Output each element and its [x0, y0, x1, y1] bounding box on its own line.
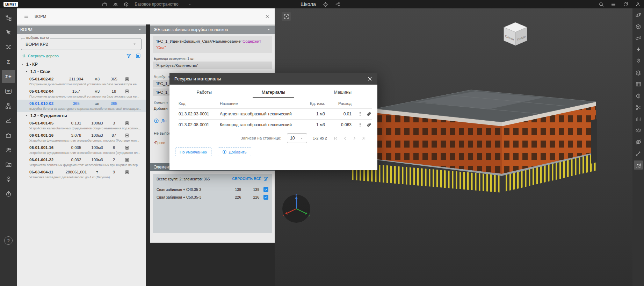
collapse-tree-link[interactable]: Свернуть дерево	[22, 54, 59, 58]
grid-button[interactable]	[634, 80, 643, 89]
detail-section-header[interactable]: ЖБ свая забивная вырубка оголовков	[150, 26, 275, 34]
vorm-section-header[interactable]: ВОРМ	[17, 26, 146, 34]
element-group-row[interactable]: Свая забивная + С50.35-3 226 226	[157, 195, 268, 200]
tree-item[interactable]: 05-01-002-02 211,904 м3 365 Погружение д…	[17, 75, 146, 87]
isolate-icon[interactable]	[125, 145, 129, 150]
kebab-menu-icon[interactable]	[357, 122, 363, 127]
next-page-icon[interactable]	[352, 135, 357, 141]
tree-item-selected[interactable]: 05-01-010-02 365 шт 365 Вырубка бетона и…	[17, 100, 146, 112]
add-button[interactable]: Добавить	[218, 148, 251, 156]
panel-menu-icon[interactable]	[24, 14, 29, 19]
view-2d-button[interactable]: 2D	[2, 85, 15, 98]
axis-gizmo[interactable]: z x y	[281, 193, 312, 224]
vorm-select[interactable]: Выбрать ВОРМ ВОРМ КР2	[21, 38, 142, 50]
pin-button[interactable]	[634, 57, 643, 66]
tab-works[interactable]: Работы	[169, 87, 239, 98]
workspace-caret-icon[interactable]	[188, 2, 192, 7]
share-icon[interactable]	[335, 2, 340, 7]
link-icon[interactable]	[366, 122, 372, 128]
first-page-icon[interactable]	[333, 135, 339, 141]
item-description: Устройство ленточных фундаментов: железо…	[29, 163, 144, 167]
kebab-menu-icon[interactable]	[357, 111, 363, 116]
isolate-icon[interactable]	[125, 89, 129, 94]
isolate-icon[interactable]	[125, 133, 129, 138]
plugins-button[interactable]	[2, 129, 15, 142]
layers-button[interactable]	[634, 68, 643, 77]
prev-page-icon[interactable]	[342, 135, 348, 141]
isolate-icon[interactable]	[125, 170, 129, 174]
isolate-icon[interactable]	[125, 77, 129, 81]
paint-button[interactable]	[634, 149, 643, 158]
tree-group[interactable]: 1.1 - Сваи	[17, 68, 146, 75]
panel-close-icon[interactable]	[265, 14, 270, 19]
orbit-button[interactable]	[634, 10, 643, 20]
table-row[interactable]: 01.3.02.08-0001 Кислород газообразный те…	[179, 119, 372, 130]
expand-caret-icon[interactable]	[20, 62, 24, 66]
tree-item[interactable]: 06-03-004-11 288061,001 т 9 Установка за…	[17, 168, 146, 180]
fit-view-button[interactable]	[634, 22, 643, 31]
default-button[interactable]: По умолчанию	[175, 148, 211, 156]
levels-button[interactable]	[634, 114, 643, 123]
workspace-cube-icon[interactable]	[124, 2, 129, 7]
tree-item[interactable]: 06-01-001-16 0,035 100м3 8 Устройство фу…	[17, 144, 146, 156]
focus-selection-button[interactable]	[282, 12, 291, 21]
shared-folder-button[interactable]	[2, 158, 15, 171]
settings-gear-icon[interactable]	[323, 2, 328, 7]
modal-close-button[interactable]	[367, 76, 372, 81]
element-group-row[interactable]: Свая забивная + С40.35-3 139 139	[157, 187, 268, 192]
vorm-button-active[interactable]: Σ+	[2, 70, 15, 83]
user-location-button[interactable]	[2, 173, 15, 186]
model-tree-button[interactable]	[2, 11, 15, 24]
projects-icon[interactable]	[102, 2, 107, 7]
expand-caret-icon[interactable]	[24, 114, 29, 118]
select-tool-button[interactable]	[2, 26, 15, 39]
last-page-icon[interactable]	[361, 135, 367, 141]
quantity-attribute-chip[interactable]: 'Атрибуты/Количество'	[153, 62, 272, 69]
tree-group[interactable]: 1 - КР	[17, 60, 146, 68]
help-button[interactable]: ?	[4, 236, 13, 245]
measure-button[interactable]	[634, 34, 643, 43]
menu-list-icon[interactable]	[611, 2, 616, 7]
group-count: 139	[241, 187, 259, 192]
analytics-button[interactable]	[2, 114, 15, 127]
expand-caret-icon[interactable]	[24, 70, 29, 74]
clip-box-button-active[interactable]	[634, 160, 643, 170]
chart-icon	[5, 117, 12, 124]
search-icon[interactable]	[599, 2, 604, 7]
users-button[interactable]	[2, 143, 15, 156]
filter-icon[interactable]	[126, 53, 131, 58]
tree-item[interactable]: 06-01-001-22 0,032 100м3 2 Устройство ле…	[17, 156, 146, 168]
sum-button[interactable]: Σ	[2, 55, 15, 68]
sync-icon[interactable]	[623, 2, 628, 7]
structure-button[interactable]	[2, 99, 15, 112]
show-button[interactable]	[634, 126, 643, 135]
team-icon[interactable]	[113, 2, 118, 7]
isolate-icon[interactable]	[125, 158, 129, 162]
group-checkbox-checked[interactable]	[263, 187, 268, 192]
checkbox-frame-icon[interactable]	[136, 53, 141, 58]
profile-icon[interactable]	[635, 2, 641, 7]
center-target-button[interactable]	[634, 91, 643, 100]
clash-button[interactable]	[2, 41, 15, 53]
workspace-select[interactable]: Базовое пространство	[135, 2, 178, 7]
group-checkbox-checked[interactable]	[263, 195, 268, 200]
reset-all-link[interactable]: СБРОСИТЬ ВСЁ	[232, 177, 268, 181]
hide-button[interactable]	[634, 137, 643, 146]
item-description: Установка закладных деталей весом: до 4 …	[29, 176, 144, 179]
tree-item[interactable]: 06-01-001-05 0,131 100м3 3 Устройство же…	[17, 119, 146, 131]
tree-group[interactable]: 1.2 - Фундаменты	[17, 112, 146, 119]
building-model[interactable]	[348, 87, 603, 195]
table-row[interactable]: 01.3.02.03-0001 Ацетилен газообразный те…	[179, 108, 372, 119]
corner-tower[interactable]	[591, 119, 597, 164]
timer-button[interactable]	[2, 187, 15, 200]
nav-cube[interactable]: Слева Сзади	[501, 20, 530, 49]
tab-materials-active[interactable]: Материалы	[239, 87, 308, 98]
isolate-icon[interactable]	[125, 121, 129, 126]
per-page-select[interactable]: 10	[287, 133, 307, 143]
quick-tools-button[interactable]	[634, 45, 643, 54]
section-cut-button[interactable]	[634, 103, 643, 112]
tree-item[interactable]: 05-01-002-04 15,7 м3 18 Погружение дизел…	[17, 87, 146, 100]
tab-machines[interactable]: Машины	[308, 87, 377, 98]
tree-item[interactable]: 06-01-001-16 3,078 100м3 87 Устройство ф…	[17, 131, 146, 144]
link-icon[interactable]	[366, 111, 372, 117]
